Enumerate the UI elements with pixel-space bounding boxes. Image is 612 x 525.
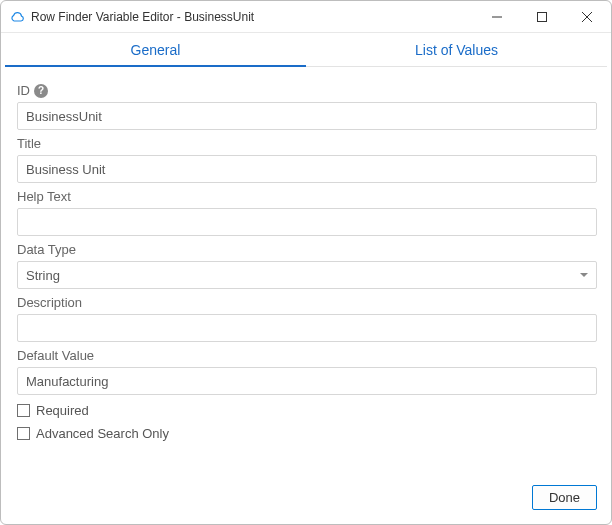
required-label: Required <box>36 403 89 418</box>
tab-bar: General List of Values <box>5 33 607 67</box>
title-label: Title <box>17 136 597 151</box>
advanced-search-only-label: Advanced Search Only <box>36 426 169 441</box>
maximize-button[interactable] <box>519 2 564 32</box>
svg-rect-0 <box>537 12 546 21</box>
id-value: BusinessUnit <box>26 109 102 124</box>
tab-general[interactable]: General <box>5 34 306 67</box>
chevron-down-icon <box>580 273 588 277</box>
footer: Done <box>1 485 611 524</box>
help-icon[interactable]: ? <box>34 84 48 98</box>
default-value-value: Manufacturing <box>26 374 108 389</box>
minimize-icon <box>492 12 502 22</box>
advanced-search-only-row[interactable]: Advanced Search Only <box>17 426 597 441</box>
close-button[interactable] <box>564 2 609 32</box>
help-text-field[interactable] <box>17 208 597 236</box>
id-field[interactable]: BusinessUnit <box>17 102 597 130</box>
title-value: Business Unit <box>26 162 105 177</box>
maximize-icon <box>537 12 547 22</box>
window-title: Row Finder Variable Editor - BusinessUni… <box>31 10 474 24</box>
tab-list-of-values[interactable]: List of Values <box>306 34 607 67</box>
data-type-select[interactable]: String <box>17 261 597 289</box>
form-area: ID ? BusinessUnit Title Business Unit He… <box>1 67 611 485</box>
data-type-value: String <box>26 268 60 283</box>
data-type-label: Data Type <box>17 242 597 257</box>
default-value-label: Default Value <box>17 348 597 363</box>
done-button[interactable]: Done <box>532 485 597 510</box>
close-icon <box>582 12 592 22</box>
required-checkbox[interactable] <box>17 404 30 417</box>
title-bar: Row Finder Variable Editor - BusinessUni… <box>1 1 611 33</box>
required-row[interactable]: Required <box>17 403 597 418</box>
advanced-search-only-checkbox[interactable] <box>17 427 30 440</box>
minimize-button[interactable] <box>474 2 519 32</box>
app-cloud-icon <box>9 9 25 25</box>
id-label: ID ? <box>17 83 597 98</box>
default-value-field[interactable]: Manufacturing <box>17 367 597 395</box>
title-field[interactable]: Business Unit <box>17 155 597 183</box>
description-field[interactable] <box>17 314 597 342</box>
id-label-text: ID <box>17 83 30 98</box>
description-label: Description <box>17 295 597 310</box>
help-text-label: Help Text <box>17 189 597 204</box>
